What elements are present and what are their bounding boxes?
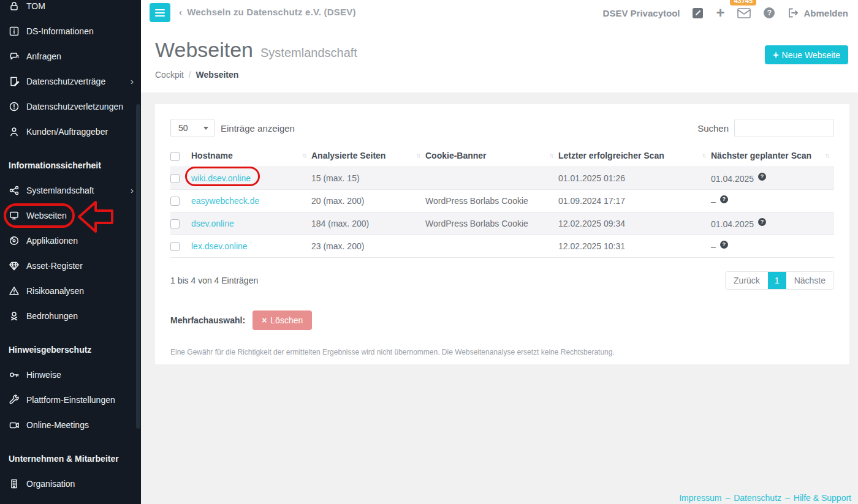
row-checkbox[interactable] [170,174,180,183]
new-website-button[interactable]: + Neue Webseite [765,45,848,64]
help-icon[interactable]: ? [720,195,728,203]
edit-icon[interactable] [693,8,703,18]
sidebar-item-online-meetings[interactable]: Online-Meetings [0,412,141,437]
sidebar-item-datenschutzvertraege[interactable]: Datenschutzverträge › [0,69,141,94]
sort-icon[interactable]: ↑↓ [702,151,705,159]
footer-link-datenschutz[interactable]: Datenschutz [734,493,781,503]
delete-button-label: Löschen [270,315,303,325]
sidebar-item-anfragen[interactable]: Anfragen [0,43,141,69]
hostname-link[interactable]: lex.dsev.online [191,241,248,251]
pages-cell: 20 (max. 200) [311,189,425,212]
sidebar-item-label: DS-Informationen [26,26,94,36]
chevron-left-icon: ‹ [179,7,182,17]
search-wrap: Suchen [697,119,834,137]
breadcrumb-cockpit[interactable]: Cockpit [155,70,184,80]
sidebar-item-label: Asset-Register [26,261,83,271]
switch-client-link[interactable]: ‹Wechseln zu Datenschutz e.V. (DSEV) [179,7,356,17]
network-icon [9,185,20,196]
column-header-hostname[interactable]: Hostname↑↓ [191,146,311,167]
wrench-icon [9,394,20,405]
sidebar-item-label: Kunden/Auftraggeber [26,127,108,137]
row-checkbox[interactable] [170,197,180,206]
search-label: Suchen [697,123,729,134]
pagination-next-button[interactable]: Nächste [786,272,833,289]
sidebar-item-asset-register[interactable]: Asset-Register [0,253,141,278]
hostname-link[interactable]: dsev.online [191,219,234,228]
sidebar-item-plattform-einstellungen[interactable]: Plattform-Einstellungen [0,387,141,412]
close-icon: × [262,315,267,325]
next-scan-cell: 01.04.2025? [711,212,834,235]
sidebar-section-unternehmen-mitarbeiter: Unternehmen & Mitarbeiter [0,446,141,471]
messages-icon[interactable]: 43745 [737,8,751,18]
entries-select[interactable]: 50 [170,119,214,137]
exclamation-circle-icon [9,101,20,112]
help-icon[interactable]: ? [758,173,766,181]
switch-client-label: Wechseln zu Datenschutz e.V. (DSEV) [187,7,355,17]
help-icon[interactable]: ? [720,241,728,249]
table-controls: 50 Einträge anzeigen Suchen [170,119,834,137]
disclaimer-text: Eine Gewähr für die Richtigkeit der ermi… [170,348,834,356]
plus-icon: + [773,50,778,61]
footer-link-impressum[interactable]: Impressum [679,493,721,503]
skull-crossbones-icon [9,310,20,322]
pages-cell: 15 (max. 15) [311,167,425,189]
person-icon [9,126,20,137]
sidebar-item-applikationen[interactable]: Applikationen [0,228,141,253]
column-header-naechster-scan[interactable]: Nächster geplanter Scan↑↓ [711,146,834,167]
sidebar: TOM DS-Informationen Anfragen Datenschut… [0,0,141,504]
cookie-banner-cell: WordPress Borlabs Cookie [425,189,558,212]
column-header-cookie-banner[interactable]: Cookie-Banner↑↓ [425,146,558,167]
sidebar-item-risikoanalysen[interactable]: Risikoanalysen [0,278,141,303]
sidebar-item-organisation[interactable]: Organisation [0,471,141,496]
sidebar-item-label: Applikationen [26,236,78,246]
pagination-prev-button[interactable]: Zurück [726,272,768,289]
help-icon[interactable]: ? [758,218,766,226]
sidebar-item-systemlandschaft[interactable]: Systemlandschaft › [0,178,141,203]
sidebar-item-datenschutzverletzungen[interactable]: Datenschutzverletzungen [0,94,141,119]
sidebar-item-label: Bedrohungen [26,311,78,321]
next-scan-cell: 01.04.2025? [711,167,834,189]
footer-link-hilfe-support[interactable]: Hilfe & Support [794,493,851,503]
search-input[interactable] [734,119,834,137]
building-icon [9,478,20,489]
info-square-icon [9,26,20,37]
warning-triangle-icon [9,285,20,296]
pagination-page-1[interactable]: 1 [768,272,786,289]
sort-icon[interactable]: ↑↓ [416,151,419,159]
sidebar-item-hinweise[interactable]: Hinweise [0,362,141,387]
last-scan-cell: 01.09.2024 17:17 [558,189,711,212]
hostname-link[interactable]: wiki.dsev.online [191,173,251,183]
select-all-checkbox[interactable] [170,152,180,161]
sort-icon[interactable]: ↑↓ [825,151,828,159]
page-subtitle: Systemlandschaft [260,46,357,60]
footer-links: Impressum – Datenschutz – Hilfe & Suppor… [679,493,851,503]
sidebar-toggle-button[interactable] [150,3,170,22]
hostname-link[interactable]: easywebcheck.de [191,196,259,206]
sidebar-item-kunden-auftraggeber[interactable]: Kunden/Auftraggeber [0,119,141,144]
logout-button[interactable]: Abmelden [788,7,848,18]
delete-button[interactable]: × Löschen [252,310,312,330]
row-checkbox[interactable] [170,219,180,228]
key-icon [9,369,20,380]
help-icon[interactable]: ? [764,7,775,18]
sort-icon[interactable]: ↑↓ [302,151,305,159]
column-header-analysierte-seiten[interactable]: Analysierte Seiten↑↓ [311,146,425,167]
chevron-right-icon: › [131,76,134,86]
contract-pen-icon [9,76,20,87]
pages-cell: 23 (max. 200) [311,235,425,257]
column-header-letzter-scan[interactable]: Letzter erfolgreicher Scan↑↓ [558,146,711,167]
table-footer: 1 bis 4 von 4 Einträgen Zurück 1 Nächste [170,271,834,290]
row-checkbox[interactable] [170,242,180,251]
lock-icon [9,1,20,12]
sidebar-item-label: Risikoanalysen [26,286,84,296]
sidebar-item-bedrohungen[interactable]: Bedrohungen [0,303,141,328]
sort-icon[interactable]: ↑↓ [549,151,552,159]
add-icon[interactable]: + [716,6,724,20]
sidebar-scrollbar[interactable] [136,104,140,429]
sidebar-item-tom[interactable]: TOM [0,0,141,18]
sidebar-item-ds-informationen[interactable]: DS-Informationen [0,18,141,43]
entries-select-value: 50 [178,123,188,133]
chevron-down-icon [203,127,208,130]
table-row: lex.dsev.online 23 (max. 200) 12.02.2025… [170,235,834,257]
sidebar-item-webseiten[interactable]: Webseiten [0,203,141,228]
